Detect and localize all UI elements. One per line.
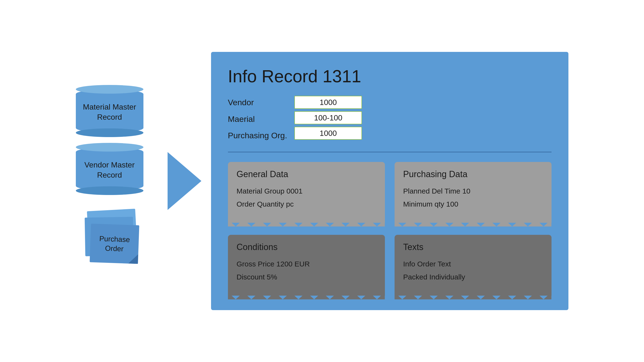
planned-del-text: Planned Del Time 10 xyxy=(403,185,543,198)
papers-stack: Quotation Outline agr PurchaseOrder xyxy=(81,210,138,273)
vendor-master-shape: Vendor Master Record xyxy=(76,147,144,191)
material-input[interactable]: 100-100 xyxy=(294,111,362,124)
purchasing-data-content: Planned Del Time 10 Minimum qty 100 xyxy=(403,185,543,211)
right-section-column: Purchasing Data Planned Del Time 10 Mini… xyxy=(394,162,552,296)
texts-content: Info Order Text Packed Individually xyxy=(403,258,543,284)
packed-text: Packed Individually xyxy=(403,271,543,284)
material-label: Maerial xyxy=(228,112,287,125)
info-record-title: Info Record 1311 xyxy=(228,66,552,86)
general-data-content: Material Group 0001 Order Quantity pc xyxy=(237,185,376,211)
purchasing-label: Purchasing Org. xyxy=(228,129,287,142)
info-record-box: Info Record 1311 Vendor Maerial Purchasi… xyxy=(211,52,568,310)
discount-text: Discount 5% xyxy=(237,271,376,284)
main-container: Material Master Record Vendor Master Rec… xyxy=(0,0,644,362)
material-master-cylinder: Material Master Record xyxy=(76,89,144,133)
header-fields: Vendor Maerial Purchasing Org. 1000 100-… xyxy=(228,96,552,152)
general-data-card: General Data Material Group 0001 Order Q… xyxy=(228,162,385,223)
left-panel: Material Master Record Vendor Master Rec… xyxy=(76,89,144,273)
field-inputs: 1000 100-100 1000 xyxy=(294,96,362,140)
arrow-container xyxy=(168,152,202,210)
gross-price-text: Gross Price 1200 EUR xyxy=(237,258,376,271)
texts-title: Texts xyxy=(403,242,543,252)
left-section-column: General Data Material Group 0001 Order Q… xyxy=(228,162,385,296)
purchasing-input[interactable]: 1000 xyxy=(294,127,362,140)
general-data-title: General Data xyxy=(237,169,376,179)
material-group-text: Material Group 0001 xyxy=(237,185,376,198)
material-master-label: Material Master Record xyxy=(78,102,141,122)
vendor-label: Vendor xyxy=(228,96,287,109)
vendor-master-label: Vendor Master Record xyxy=(80,160,139,180)
conditions-title: Conditions xyxy=(237,242,376,252)
vendor-input[interactable]: 1000 xyxy=(294,96,362,109)
bottom-sections: General Data Material Group 0001 Order Q… xyxy=(228,162,552,296)
purchasing-data-title: Purchasing Data xyxy=(403,169,543,179)
right-arrow-icon xyxy=(168,152,202,210)
material-master-shape: Material Master Record xyxy=(76,89,144,133)
field-labels: Vendor Maerial Purchasing Org. xyxy=(228,96,287,142)
conditions-card: Conditions Gross Price 1200 EUR Discount… xyxy=(228,235,385,296)
texts-card: Texts Info Order Text Packed Individuall… xyxy=(394,235,552,296)
purchasing-data-card: Purchasing Data Planned Del Time 10 Mini… xyxy=(394,162,552,223)
minimum-qty-text: Minimum qty 100 xyxy=(403,198,543,211)
info-order-text: Info Order Text xyxy=(403,258,543,271)
vendor-master-cylinder: Vendor Master Record xyxy=(76,147,144,191)
conditions-content: Gross Price 1200 EUR Discount 5% xyxy=(237,258,376,284)
purchase-order-paper: PurchaseOrder xyxy=(90,224,139,264)
order-quantity-text: Order Quantity pc xyxy=(237,198,376,211)
